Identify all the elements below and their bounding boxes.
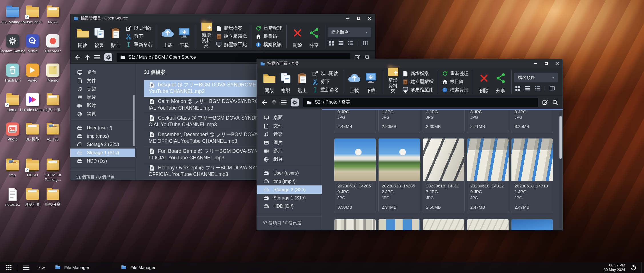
input-method-indicator[interactable]: ixtw xyxy=(37,265,45,270)
toolbar-new-file-button[interactable]: 新增檔案 xyxy=(216,25,247,32)
up-icon[interactable] xyxy=(271,100,277,105)
search-icon[interactable] xyxy=(552,100,558,105)
toolbar-share-button[interactable]: 分享 xyxy=(492,70,509,94)
sidebar-place-image[interactable]: 圖片 xyxy=(70,93,135,102)
sort-order-dropdown[interactable]: 檔名順序▾ xyxy=(514,73,558,82)
sidebar-place-document[interactable]: 文件 xyxy=(70,77,135,85)
toolbar-copy-button[interactable]: 複製 xyxy=(277,70,294,94)
titlebar[interactable]: 檔案管理員 - Open Source xyxy=(70,14,375,23)
toolbar-root-button[interactable]: 根目錄 xyxy=(442,78,469,85)
path-field[interactable]: S2: / Photo / 奇美 xyxy=(303,98,538,107)
sort-order-dropdown[interactable]: 檔名順序▾ xyxy=(328,27,371,37)
edit-path-icon[interactable] xyxy=(542,100,548,105)
toolbar-new-file-button[interactable]: 新增檔案 xyxy=(403,70,433,77)
desktop-icon--[interactable]: 學校分享 xyxy=(39,188,67,207)
sidebar-drive-1[interactable]: User (user:/) xyxy=(70,124,135,132)
toolbar-refresh-button[interactable]: 重新整理 xyxy=(442,70,469,77)
sidebar-place-desktop[interactable]: 桌面 xyxy=(257,114,322,122)
photo-card-partial[interactable]: 0.JPGJPG2.48MB xyxy=(334,109,376,133)
sidebar-place-web[interactable]: 網頁 xyxy=(70,110,135,118)
photo-card-partial[interactable]: 1.JPGJPG2.20MB xyxy=(378,109,420,133)
sidebar-drive-2[interactable]: tmp (tmp:/) xyxy=(257,177,322,185)
toolbar-paste-button[interactable]: 貼上 xyxy=(294,70,311,94)
desktop-icon-memo[interactable]: Memo xyxy=(39,64,67,83)
toolbar-refresh-button[interactable]: 重新整理 xyxy=(256,25,282,32)
desktop-icon-v1-130[interactable]: v1.130 xyxy=(39,122,67,142)
close-button[interactable] xyxy=(552,59,563,68)
toolbar-open-button[interactable]: 開啟 xyxy=(261,70,277,94)
sidebar-drive-4[interactable]: Storage 1 (S1:/) xyxy=(257,194,322,202)
photo-card-partial[interactable]: 2.JPGJPG2.30MB xyxy=(423,109,465,133)
power-icon[interactable] xyxy=(630,264,637,271)
app-launcher-icon[interactable] xyxy=(0,262,18,273)
desktop-icon-recorder[interactable]: Recorder xyxy=(39,34,67,54)
toolbar-archive-button[interactable]: 建立壓縮檔 xyxy=(403,78,433,85)
sidebar-place-desktop[interactable]: 桌面 xyxy=(70,68,135,77)
up-icon[interactable] xyxy=(85,54,90,60)
sidebar-drive-4[interactable]: Storage 1 (S1:/) xyxy=(70,149,135,157)
toolbar-download-button[interactable]: 下載 xyxy=(363,70,379,94)
menu-icon[interactable] xyxy=(281,100,287,105)
toolbar-download-button[interactable]: 下載 xyxy=(176,25,193,49)
toolbar-rename-button[interactable]: 重新命名 xyxy=(312,86,339,94)
photo-card[interactable]: 20230618_143129.JPGJPG2.47MB xyxy=(467,138,509,213)
view-detail-button[interactable] xyxy=(535,86,540,90)
toolbar-cut-button[interactable]: 剪下 xyxy=(126,33,152,40)
toolbar-share-button[interactable]: 分享 xyxy=(306,25,322,49)
sidebar-drive-5[interactable]: HDD (D:/) xyxy=(70,157,135,165)
desktop-icon--[interactable]: 創客工廠 xyxy=(39,93,67,112)
desktop-icon-magi[interactable]: MAGI xyxy=(39,5,67,24)
toolbar-paste-button[interactable]: 貼上 xyxy=(107,25,124,49)
toolbar-open-with-button[interactable]: 以...開啟 xyxy=(312,70,339,77)
minimize-button[interactable] xyxy=(342,14,353,23)
close-button[interactable] xyxy=(364,14,375,23)
sidebar-drive-3[interactable]: Storage 2 (S2:/) xyxy=(257,185,322,194)
sidebar-place-web[interactable]: 網頁 xyxy=(257,155,322,163)
photo-card[interactable]: 20230618_143127.JPGJPG2.50MB xyxy=(423,138,465,213)
maximize-button[interactable] xyxy=(541,59,552,68)
photo-card-partial[interactable] xyxy=(423,219,465,230)
photo-card-partial[interactable] xyxy=(511,219,553,230)
view-columns-button[interactable] xyxy=(550,86,555,90)
task-menu-icon[interactable] xyxy=(18,265,34,270)
photo-card-partial[interactable] xyxy=(467,219,509,230)
view-list-button[interactable] xyxy=(339,41,343,45)
toolbar-file-info-button[interactable]: 檔案資訊 xyxy=(442,86,469,94)
back-icon[interactable] xyxy=(75,55,81,60)
photo-card-partial[interactable] xyxy=(378,219,420,230)
sidebar-drive-2[interactable]: tmp (tmp:/) xyxy=(70,132,135,140)
taskbar-clock[interactable]: 06:37 PM 30 May 2024 xyxy=(604,263,625,272)
sidebar-drive-5[interactable]: HDD (D:/) xyxy=(257,202,322,210)
sidebar-place-video[interactable]: 影片 xyxy=(70,102,135,110)
taskbar-task-file-manager-2[interactable]: File Manager xyxy=(118,262,158,273)
view-detail-button[interactable] xyxy=(348,41,353,45)
sidebar-place-document[interactable]: 文件 xyxy=(257,122,322,130)
sidebar-place-video[interactable]: 影片 xyxy=(257,147,322,155)
minimize-button[interactable] xyxy=(530,59,541,68)
scrollbar[interactable] xyxy=(559,112,562,228)
maximize-button[interactable] xyxy=(353,14,364,23)
photo-card[interactable]: 20230618_143131.JPGJPG2.47MB xyxy=(511,138,553,213)
photo-card-partial[interactable] xyxy=(334,219,376,230)
sidebar-drive-1[interactable]: User (user:/) xyxy=(257,169,322,177)
show-desktop-strip[interactable] xyxy=(641,262,644,273)
toolbar-extract-button[interactable]: 解壓縮至此 xyxy=(403,86,433,94)
titlebar[interactable]: 檔案管理員 - 奇美 xyxy=(257,59,563,68)
photo-card[interactable]: 20230618_142850.JPGJPG3.50MB xyxy=(334,138,376,213)
sidebar-drive-3[interactable]: Storage 2 (S2:/) xyxy=(70,140,135,149)
toolbar-copy-button[interactable]: 複製 xyxy=(91,25,107,49)
sidebar-place-image[interactable]: 圖片 xyxy=(257,139,322,147)
toolbar-open-with-button[interactable]: 以...開啟 xyxy=(126,25,152,32)
view-columns-button[interactable] xyxy=(363,41,368,45)
toolbar-rename-button[interactable]: 重新命名 xyxy=(126,41,152,48)
sidebar-scrollbar-thumb[interactable] xyxy=(133,95,135,146)
toolbar-new-folder-button[interactable]: 新增資料夾 xyxy=(385,70,401,94)
toolbar-cut-button[interactable]: 剪下 xyxy=(312,78,339,85)
settings-gear-button[interactable] xyxy=(291,98,299,106)
toolbar-extract-button[interactable]: 解壓縮至此 xyxy=(216,41,247,48)
desktop-icon-stem-kit-packag-[interactable]: STEM Kit Packag... xyxy=(39,158,67,182)
toolbar-file-info-button[interactable]: 檔案資訊 xyxy=(256,41,282,48)
toolbar-root-button[interactable]: 根目錄 xyxy=(256,33,282,40)
photo-card-partial[interactable]: 8.JPGJPG2.71MB xyxy=(467,109,509,133)
menu-icon[interactable] xyxy=(94,55,100,60)
